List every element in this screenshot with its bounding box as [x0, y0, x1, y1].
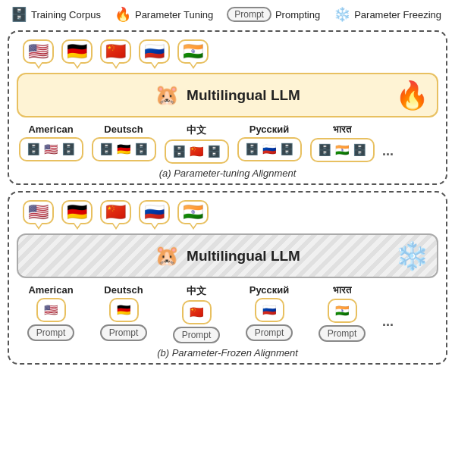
lang-label-hindi-a: भारत: [333, 124, 351, 136]
lang-box-hindi-a: 🗄️ 🇮🇳 🗄️: [310, 138, 375, 162]
fire-icon: 🔥: [115, 6, 131, 23]
db-icon2-russian-a: 🗄️: [280, 142, 294, 156]
parameter-tuning-item: 🔥 Parameter Tuning: [115, 6, 216, 23]
fire-icon-a: 🔥: [395, 80, 429, 111]
lang-label-american-a: American: [28, 124, 73, 135]
flag-deutsch-a: 🇩🇪: [117, 142, 131, 156]
parameter-tuning-label: Parameter Tuning: [135, 9, 213, 20]
flag-bubble-de-a: 🇩🇪: [61, 39, 93, 71]
panel-b-flags-row: 🇺🇸 🇩🇪 🇨🇳 🇷🇺 🇮🇳: [17, 200, 438, 232]
flag-bubble-cn-a: 🇨🇳: [100, 39, 131, 71]
flag-bubble-ru-b: 🇷🇺: [139, 200, 170, 232]
prompt-badge-american-b: Prompt: [27, 324, 75, 341]
flag-deutsch-b: 🇩🇪: [117, 303, 131, 317]
flag-bubble-ru-a: 🇷🇺: [139, 39, 170, 71]
flag-bubble-us-b: 🇺🇸: [23, 200, 54, 232]
lang-box-hindi-b: 🇮🇳: [328, 299, 357, 323]
flag-ru-b: 🇷🇺: [139, 200, 170, 224]
db-icon-russian-a: 🗄️: [245, 142, 259, 156]
prompting-label: Prompting: [275, 9, 320, 20]
db-icon2-hindi-a: 🗄️: [353, 143, 367, 157]
lang-item-russian-a: Русский 🗄️ 🇷🇺 🗄️: [235, 124, 303, 161]
lang-label-deutsch-a: Deutsch: [104, 124, 143, 135]
panel-a-caption: (a) Parameter-tuning Alignment: [17, 168, 438, 179]
flag-bubble-cn-b: 🇨🇳: [100, 200, 131, 232]
lang-box-american-a: 🗄️ 🇺🇸 🗄️: [19, 137, 83, 161]
lang-box-deutsch-b: 🇩🇪: [109, 298, 139, 322]
flag-russian-a: 🇷🇺: [262, 142, 277, 156]
llm-box-a: 🐹 Multilingual LLM 🔥: [17, 73, 438, 117]
flag-in-b: 🇮🇳: [177, 200, 209, 224]
panels-container: 🇺🇸 🇩🇪 🇨🇳 🇷🇺 🇮🇳 🐹 Mult: [0, 27, 455, 368]
ellipsis-a: ...: [382, 128, 394, 159]
lang-item-deutsch-a: Deutsch 🗄️ 🇩🇪 🗄️: [89, 124, 158, 161]
flag-hindi-b: 🇮🇳: [335, 304, 350, 318]
prompt-badge: Prompt: [227, 7, 271, 22]
db-icon2-deutsch-a: 🗄️: [134, 142, 149, 156]
flag-russian-b: 🇷🇺: [262, 303, 277, 317]
llm-box-b: 🐹 Multilingual LLM ❄️: [17, 233, 438, 278]
lang-label-american-b: American: [28, 284, 73, 296]
flag-hindi-a: 🇮🇳: [335, 143, 350, 157]
db-icon-hindi-a: 🗄️: [318, 143, 332, 157]
prompt-badge-hindi-b: Prompt: [318, 325, 366, 342]
lang-item-deutsch-b: Deutsch 🇩🇪 Prompt: [89, 284, 158, 341]
training-corpus-item: 🗄️ Training Corpus: [11, 6, 104, 23]
snowflake-icon-b: ❄️: [395, 240, 429, 272]
panel-b-caption: (b) Parameter-Frozen Alignment: [17, 347, 438, 359]
flag-cn-b: 🇨🇳: [100, 200, 131, 224]
legend: 🗄️ Training Corpus 🔥 Parameter Tuning Pr…: [0, 0, 455, 27]
lang-label-hindi-b: भारत: [333, 284, 351, 296]
flag-cn-a: 🇨🇳: [100, 39, 131, 64]
hamster-icon-b: 🐹: [155, 244, 179, 268]
parameter-freezing-item: ❄️ Parameter Freezing: [334, 6, 444, 23]
lang-item-chinese-b: 中文 🇨🇳 Prompt: [162, 284, 231, 343]
lang-item-hindi-a: भारत 🗄️ 🇮🇳 🗄️: [308, 124, 376, 162]
db-icon-american-a: 🗄️: [27, 142, 41, 156]
lang-box-chinese-b: 🇨🇳: [182, 300, 212, 324]
panel-a-lang-row: American 🗄️ 🇺🇸 🗄️ Deutsch 🗄️ 🇩🇪 🗄️ 中文: [17, 124, 438, 164]
prompt-badge-russian-b: Prompt: [246, 324, 293, 341]
ellipsis-b: ...: [382, 299, 394, 330]
flag-chinese-a: 🇨🇳: [190, 145, 204, 158]
lang-item-russian-b: Русский 🇷🇺 Prompt: [235, 284, 303, 341]
flag-ru-a: 🇷🇺: [139, 39, 170, 64]
lang-label-russian-a: Русский: [249, 124, 290, 135]
flag-de-a: 🇩🇪: [61, 39, 93, 64]
flag-us-b: 🇺🇸: [23, 200, 54, 224]
flag-bubble-in-b: 🇮🇳: [177, 200, 209, 232]
prompt-badge-chinese-b: Prompt: [173, 327, 221, 343]
llm-title-b: Multilingual LLM: [187, 248, 300, 265]
flag-bubble-de-b: 🇩🇪: [61, 200, 93, 232]
panel-a: 🇺🇸 🇩🇪 🇨🇳 🇷🇺 🇮🇳 🐹 Mult: [8, 30, 447, 185]
parameter-freezing-label: Parameter Freezing: [354, 9, 441, 20]
prompting-item: Prompt Prompting: [227, 7, 323, 22]
lang-box-chinese-a: 🗄️ 🇨🇳 🗄️: [165, 139, 229, 164]
flag-american-a: 🇺🇸: [44, 142, 58, 156]
lang-item-hindi-b: भारत 🇮🇳 Prompt: [308, 284, 376, 342]
flag-us-a: 🇺🇸: [23, 39, 54, 64]
lang-box-russian-a: 🗄️ 🇷🇺 🗄️: [237, 137, 302, 161]
database-icon: 🗄️: [11, 6, 27, 23]
lang-item-american-a: American 🗄️ 🇺🇸 🗄️: [17, 124, 85, 161]
panel-a-flags-row: 🇺🇸 🇩🇪 🇨🇳 🇷🇺 🇮🇳: [17, 39, 438, 71]
lang-box-american-b: 🇺🇸: [36, 298, 66, 322]
lang-item-chinese-a: 中文 🗄️ 🇨🇳 🗄️: [162, 124, 231, 164]
snowflake-icon: ❄️: [334, 6, 350, 23]
flag-in-a: 🇮🇳: [177, 39, 209, 64]
panel-b: 🇺🇸 🇩🇪 🇨🇳 🇷🇺 🇮🇳 🐹 Mult: [8, 191, 447, 365]
lang-item-american-b: American 🇺🇸 Prompt: [17, 284, 85, 341]
lang-label-chinese-b: 中文: [187, 284, 206, 298]
lang-box-deutsch-a: 🗄️ 🇩🇪 🗄️: [92, 137, 156, 161]
flag-american-b: 🇺🇸: [44, 303, 58, 317]
db-icon-deutsch-a: 🗄️: [99, 142, 114, 156]
training-corpus-label: Training Corpus: [31, 9, 101, 20]
flag-bubble-us-a: 🇺🇸: [23, 39, 54, 71]
db-icon2-american-a: 🗄️: [61, 142, 76, 156]
db-icon-chinese-a: 🗄️: [172, 145, 187, 158]
lang-label-deutsch-b: Deutsch: [104, 284, 143, 296]
flag-bubble-in-a: 🇮🇳: [177, 39, 209, 71]
db-icon2-chinese-a: 🗄️: [207, 145, 221, 158]
hamster-icon-a: 🐹: [155, 83, 179, 107]
panel-b-lang-row: American 🇺🇸 Prompt Deutsch 🇩🇪 Prompt 中文 …: [17, 284, 438, 343]
